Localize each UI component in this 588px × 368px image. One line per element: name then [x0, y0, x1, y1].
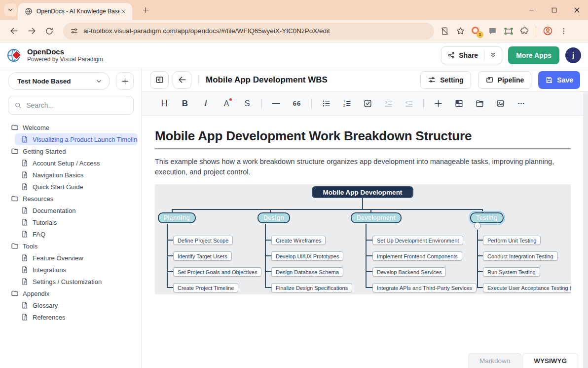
insert-image-button[interactable]	[494, 97, 507, 110]
tab-close-icon[interactable]	[119, 7, 127, 15]
document-icon	[21, 266, 29, 274]
diagram-task[interactable]: Define Project Scope	[173, 236, 233, 245]
indent-button[interactable]	[382, 97, 395, 110]
setting-button[interactable]: Setting	[420, 71, 471, 89]
diagram-task[interactable]: Implement Frontend Components	[372, 251, 462, 261]
browser-menu-kebab-icon[interactable]	[559, 27, 568, 36]
document-icon	[21, 135, 29, 143]
numbered-list-button[interactable]	[341, 97, 353, 110]
markdown-tab[interactable]: Markdown	[468, 353, 521, 368]
task-list-button[interactable]	[362, 97, 374, 110]
diagram-task[interactable]: Set Project Goals and Objectives	[173, 267, 261, 277]
browser-back-button[interactable]	[6, 24, 21, 39]
browser-reload-button[interactable]	[42, 24, 57, 39]
outdent-button[interactable]	[403, 97, 415, 110]
sidebar-item-visualizing-timeline[interactable]: Visualizing a Product Launch Timeline	[15, 133, 138, 145]
new-tab-button[interactable]	[140, 4, 151, 15]
share-icon	[447, 51, 455, 59]
bullet-list-button[interactable]	[320, 97, 332, 110]
sidebar-item-faq[interactable]: FAQ	[15, 228, 138, 240]
diagram-task[interactable]: Execute User Acceptance Testing (UAT)	[483, 283, 571, 292]
browser-forward-button[interactable]	[24, 24, 39, 39]
blockquote-button[interactable]: 66	[291, 97, 303, 110]
clipboard-blocked-icon[interactable]	[440, 26, 449, 36]
diagram-node-planning[interactable]: Planning	[158, 212, 196, 223]
diagram-task[interactable]: Conduct Integration Testing	[483, 251, 558, 261]
bold-button[interactable]: B	[179, 97, 191, 110]
diagram-task[interactable]: Run System Testing	[483, 267, 540, 277]
sidebar-item-references[interactable]: References	[15, 311, 138, 323]
sidebar-item-feature-overview[interactable]: Feature Overview	[15, 252, 138, 264]
scrollbar[interactable]	[583, 92, 588, 368]
profile-icon[interactable]	[543, 26, 553, 36]
sidebar-item-settings-customization[interactable]: Settings / Customization	[15, 276, 138, 287]
diagram-task[interactable]: Finalize Design Specifications	[271, 283, 352, 292]
insert-card-button[interactable]	[474, 97, 486, 110]
sidebar-folder-appendix[interactable]: Appendix	[0, 287, 142, 299]
sidebar-item-glossary[interactable]: Glossary	[15, 299, 138, 311]
insert-button[interactable]	[432, 97, 444, 110]
diagram-task[interactable]: Design Database Schema	[271, 267, 343, 277]
diagram-task[interactable]: Integrate APIs and Third-Party Services	[372, 283, 477, 292]
diagram-task[interactable]: Create Project Timeline	[173, 283, 238, 292]
tab-search-button[interactable]	[4, 3, 17, 16]
share-button[interactable]: Share	[441, 47, 484, 64]
diagram-task[interactable]: Identify Target Users	[173, 251, 232, 261]
doc-back-button[interactable]	[173, 71, 191, 89]
strikethrough-button[interactable]: S	[241, 97, 254, 110]
search-input[interactable]	[26, 101, 127, 109]
pipeline-button[interactable]: Pipeline	[478, 71, 532, 89]
wbs-diagram[interactable]: Mobile App Development Planning Design D…	[155, 184, 571, 294]
sidebar-folder-tools[interactable]: Tools	[0, 240, 142, 252]
diagram-task[interactable]: Perform Unit Testing	[483, 236, 541, 245]
document-area[interactable]: Mobile App Development Work Breakdown St…	[142, 116, 588, 368]
extensions-puzzle-icon[interactable]	[520, 26, 529, 36]
workspace-selector[interactable]: Test Node Based	[8, 72, 110, 90]
visual-paradigm-link[interactable]: Visual Paradigm	[60, 56, 103, 63]
share-dropdown-button[interactable]	[484, 47, 502, 64]
sidebar-item-documentation[interactable]: Documentation	[15, 204, 138, 216]
window-close-button[interactable]	[565, 0, 588, 20]
connector-line	[265, 271, 272, 272]
diagram-task[interactable]: Set Up Development Environment	[372, 236, 463, 245]
horizontal-rule-button[interactable]	[270, 97, 283, 110]
browser-tab[interactable]: OpenDocs - AI Knowledge Base	[18, 3, 132, 20]
sidebar-folder-getting-started[interactable]: Getting Started	[0, 145, 142, 157]
save-button[interactable]: Save	[538, 71, 580, 89]
diagram-task[interactable]: Create Wireframes	[271, 236, 326, 245]
sidebar-folder-welcome[interactable]: Welcome	[0, 122, 142, 133]
more-apps-button[interactable]: More Apps	[508, 46, 559, 64]
search-box[interactable]	[8, 96, 134, 115]
diagram-node-design[interactable]: Design	[257, 212, 290, 223]
user-avatar[interactable]: j	[565, 47, 581, 63]
bookmark-star-icon[interactable]	[456, 26, 465, 36]
window-maximize-button[interactable]	[543, 0, 565, 20]
screenshot-frame-icon[interactable]	[504, 26, 514, 36]
more-options-button[interactable]	[515, 97, 527, 110]
label-icon[interactable]	[488, 26, 497, 36]
extension-notification-icon[interactable]: 1	[472, 26, 481, 36]
site-settings-icon[interactable]	[70, 27, 78, 35]
sidebar-folder-resources[interactable]: Resources	[0, 193, 142, 204]
address-bar[interactable]: ai-toolbox.visual-paradigm.com/app/opend…	[63, 23, 434, 40]
connector-line	[366, 240, 373, 241]
diagram-node-development[interactable]: Development	[351, 212, 402, 223]
diagram-task[interactable]: Develop UI/UX Prototypes	[271, 251, 343, 261]
diagram-root-node[interactable]: Mobile App Development	[312, 186, 413, 198]
wysiwyg-tab[interactable]: WYSIWYG	[522, 353, 578, 368]
diagram-node-testing-selected[interactable]: Testing	[470, 212, 504, 223]
collapse-handle-icon[interactable]	[474, 222, 481, 229]
sidebar-item-account-setup[interactable]: Account Setup / Access	[15, 157, 138, 169]
diagram-task[interactable]: Develop Backend Services	[372, 267, 446, 277]
window-minimize-button[interactable]	[520, 0, 543, 20]
sidebar-item-tutorials[interactable]: Tutorials	[15, 216, 138, 228]
sidebar-item-quick-start-guide[interactable]: Quick Start Guide	[15, 181, 138, 193]
toggle-sidebar-button[interactable]	[150, 71, 169, 89]
sidebar-item-integrations[interactable]: Integrations	[15, 264, 138, 276]
italic-button[interactable]: I	[200, 97, 212, 110]
font-color-button[interactable]: A	[220, 97, 233, 110]
sidebar-item-navigation-basics[interactable]: Navigation Basics	[15, 169, 138, 181]
add-document-button[interactable]	[116, 72, 134, 90]
insert-table-button[interactable]	[453, 97, 465, 110]
heading-button[interactable]: H	[158, 97, 171, 110]
